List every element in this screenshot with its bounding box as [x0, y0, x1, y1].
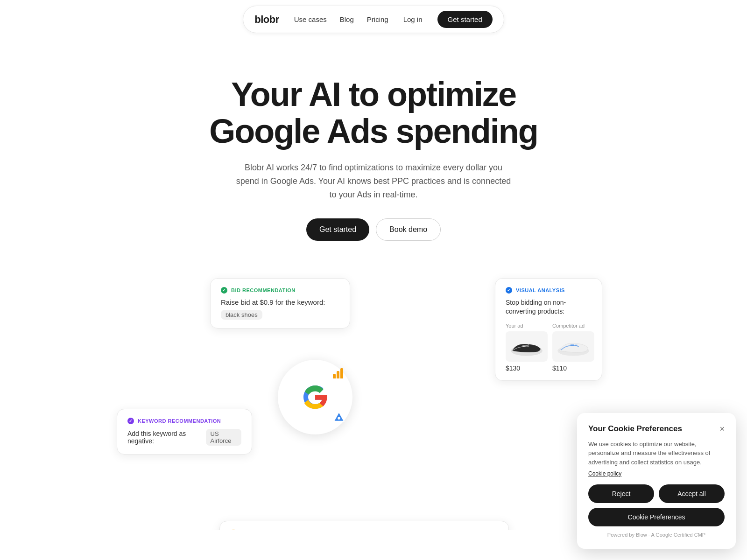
cookie-body-text: We use cookies to optimize our website, … — [588, 440, 725, 467]
svg-rect-5 — [526, 345, 529, 347]
nav-pricing[interactable]: Pricing — [367, 15, 388, 23]
your-ad-col: Your ad $130 — [506, 323, 548, 372]
your-shoe-svg — [508, 334, 545, 359]
bid-content: Raise bid at $0.9 for the keyword: black… — [221, 298, 339, 320]
bar-chart-icon — [333, 367, 343, 378]
nav-login[interactable]: Log in — [403, 15, 423, 23]
competitor-price: $110 — [552, 364, 594, 372]
svg-rect-8 — [575, 344, 578, 346]
keyword-recommendation-card: ✓ KEYWORD RECOMMENDATION Add this keywor… — [117, 409, 252, 455]
logo: blobr — [254, 14, 279, 26]
nav-use-cases[interactable]: Use cases — [294, 15, 327, 23]
bid-recommendation-card: ✓ BID RECOMMENDATION Raise bid at $0.9 f… — [210, 278, 350, 329]
google-ads-triangle-icon — [333, 411, 345, 425]
hero-buttons: Get started Book demo — [9, 218, 738, 241]
visual-compare: Your ad $130 Competitor ad — [506, 323, 592, 372]
cookie-header: Your Cookie Preferences × — [588, 424, 725, 434]
visual-check-icon: ✓ — [506, 287, 512, 294]
google-ads-icon-area — [271, 353, 359, 441]
bid-check-icon: ✓ — [221, 287, 227, 294]
your-ad-price: $130 — [506, 364, 548, 372]
competitor-shoe-svg — [555, 334, 592, 359]
cookie-buttons: Reject Accept all Cookie Preferences — [588, 484, 725, 526]
visual-analysis-card: ✓ VISUAL ANALYSIS Stop bidding on non-co… — [495, 278, 602, 381]
hero-headline-line1: Your AI to optimize — [231, 76, 516, 113]
cookie-close-button[interactable]: × — [719, 424, 725, 434]
keyword-chip: US Airforce — [206, 429, 241, 446]
cards-area: ✓ BID RECOMMENDATION Raise bid at $0.9 f… — [117, 278, 630, 511]
text-recommendation-card: ✓ TEXT RECOMMENDATION Improve headline a… — [219, 521, 509, 530]
visual-badge: ✓ VISUAL ANALYSIS — [506, 287, 592, 294]
nav-container: blobr Use cases Blog Pricing Log in Get … — [243, 6, 504, 33]
hero-subtext: Blobr AI works 24/7 to find optimization… — [233, 161, 514, 201]
bid-badge: ✓ BID RECOMMENDATION — [221, 287, 339, 294]
hero-book-demo-button[interactable]: Book demo — [376, 218, 441, 241]
visual-stop-text: Stop bidding on non-converting products: — [506, 298, 592, 316]
svg-rect-7 — [571, 344, 574, 346]
keyword-content: Add this keyword as negative: US Airforc… — [127, 429, 241, 446]
google-g-icon — [301, 383, 329, 411]
svg-rect-4 — [522, 345, 526, 347]
text-rec-badge: ✓ TEXT RECOMMENDATION — [230, 530, 498, 530]
hero-get-started-button[interactable]: Get started — [306, 218, 369, 241]
keyword-check-icon: ✓ — [127, 418, 134, 424]
hero-headline-line2: Google Ads spending — [209, 112, 537, 150]
text-rec-check-icon: ✓ — [230, 530, 237, 530]
competitor-ad-shoe-img — [552, 331, 594, 362]
competitor-ad-col: Competitor ad $110 — [552, 323, 594, 372]
hero-headline: Your AI to optimize Google Ads spending — [9, 76, 738, 150]
nav-get-started-button[interactable]: Get started — [437, 11, 493, 28]
nav-links: Use cases Blog Pricing — [294, 15, 388, 23]
cookie-row: Reject Accept all — [588, 484, 725, 503]
svg-marker-0 — [334, 412, 344, 421]
cookie-banner: Your Cookie Preferences × We use cookies… — [577, 413, 736, 530]
cookie-reject-button[interactable]: Reject — [588, 484, 654, 503]
cookie-title: Your Cookie Preferences — [588, 424, 682, 434]
cookie-accept-button[interactable]: Accept all — [659, 484, 725, 503]
navbar: blobr Use cases Blog Pricing Log in Get … — [0, 0, 747, 39]
bid-keyword-chip: black shoes — [221, 310, 262, 320]
nav-blog[interactable]: Blog — [340, 15, 354, 23]
your-ad-shoe-img — [506, 331, 548, 362]
keyword-badge: ✓ KEYWORD RECOMMENDATION — [127, 418, 241, 424]
svg-point-2 — [338, 417, 340, 419]
cookie-policy-link[interactable]: Cookie policy — [588, 470, 725, 477]
hero-section: Your AI to optimize Google Ads spending … — [0, 39, 747, 259]
cookie-preferences-button[interactable]: Cookie Preferences — [588, 508, 725, 526]
